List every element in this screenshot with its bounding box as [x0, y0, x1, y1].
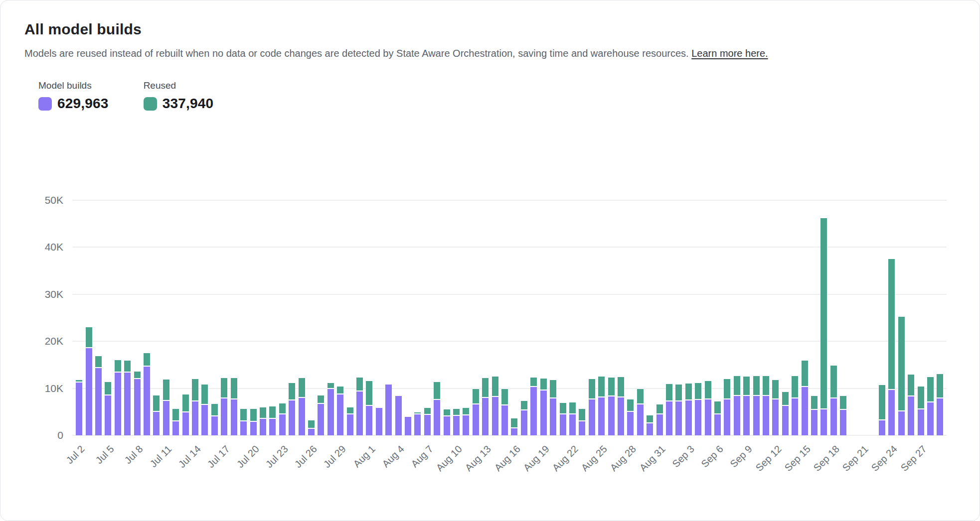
- bar-aug-29[interactable]: [637, 389, 644, 435]
- bar-reused-segment[interactable]: [144, 353, 150, 367]
- bar-sep-1[interactable]: [666, 384, 672, 435]
- bar-reused-segment[interactable]: [231, 378, 237, 400]
- bar-reused-segment[interactable]: [240, 408, 247, 421]
- bar-reused-segment[interactable]: [685, 383, 692, 400]
- bar-aug-24[interactable]: [589, 379, 595, 435]
- bar-sep-28[interactable]: [927, 377, 934, 435]
- bar-reused-segment[interactable]: [734, 376, 740, 396]
- bar-builds-segment[interactable]: [724, 399, 730, 435]
- bar-builds-segment[interactable]: [105, 395, 111, 435]
- bar-builds-segment[interactable]: [318, 404, 324, 435]
- bar-builds-segment[interactable]: [134, 379, 141, 435]
- bar-reused-segment[interactable]: [124, 360, 131, 373]
- bar-builds-segment[interactable]: [569, 414, 576, 435]
- bar-sep-19[interactable]: [840, 395, 846, 435]
- bar-reused-segment[interactable]: [927, 377, 934, 402]
- bar-aug-18[interactable]: [530, 377, 537, 435]
- bar-aug-2[interactable]: [376, 408, 382, 435]
- bar-builds-segment[interactable]: [172, 421, 179, 435]
- bar-aug-21[interactable]: [560, 402, 566, 435]
- bar-aug-5[interactable]: [405, 417, 411, 435]
- bar-aug-27[interactable]: [618, 377, 624, 435]
- bar-reused-segment[interactable]: [356, 377, 363, 391]
- bar-aug-3[interactable]: [385, 385, 392, 435]
- bar-reused-segment[interactable]: [782, 391, 789, 405]
- bar-aug-10[interactable]: [453, 408, 460, 435]
- bar-builds-segment[interactable]: [347, 414, 353, 435]
- bar-jul-15[interactable]: [201, 384, 208, 435]
- bar-builds-segment[interactable]: [424, 415, 431, 435]
- bar-reused-segment[interactable]: [918, 386, 924, 409]
- bar-builds-segment[interactable]: [269, 419, 276, 435]
- bar-builds-segment[interactable]: [163, 401, 169, 435]
- bar-builds-segment[interactable]: [830, 398, 837, 435]
- bar-aug-25[interactable]: [598, 376, 605, 435]
- bar-jul-29[interactable]: [337, 386, 343, 435]
- bar-reused-segment[interactable]: [811, 395, 817, 410]
- bar-reused-segment[interactable]: [250, 408, 257, 422]
- bar-builds-segment[interactable]: [463, 415, 469, 435]
- bar-reused-segment[interactable]: [675, 384, 682, 401]
- bar-reused-segment[interactable]: [279, 403, 286, 414]
- bar-builds-segment[interactable]: [414, 414, 421, 435]
- bar-builds-segment[interactable]: [385, 385, 392, 435]
- bar-jul-12[interactable]: [172, 408, 179, 435]
- bar-aug-22[interactable]: [569, 402, 576, 435]
- bar-sep-17[interactable]: [820, 218, 827, 435]
- bar-reused-segment[interactable]: [501, 389, 508, 405]
- bar-builds-segment[interactable]: [366, 406, 372, 435]
- bar-builds-segment[interactable]: [820, 409, 827, 435]
- bar-reused-segment[interactable]: [163, 379, 169, 401]
- bar-builds-segment[interactable]: [299, 398, 305, 435]
- bar-builds-segment[interactable]: [937, 398, 943, 435]
- bar-aug-14[interactable]: [492, 376, 498, 435]
- bar-reused-segment[interactable]: [260, 407, 266, 419]
- bar-builds-segment[interactable]: [705, 399, 711, 435]
- bar-jul-4[interactable]: [95, 356, 102, 435]
- bar-reused-segment[interactable]: [618, 377, 624, 397]
- bar-jul-8[interactable]: [134, 371, 141, 435]
- bar-builds-segment[interactable]: [444, 416, 450, 435]
- bar-jul-18[interactable]: [231, 378, 237, 435]
- bar-reused-segment[interactable]: [802, 360, 808, 387]
- bar-builds-segment[interactable]: [473, 404, 479, 435]
- bar-reused-segment[interactable]: [820, 218, 827, 409]
- bar-sep-27[interactable]: [918, 386, 924, 435]
- bar-builds-segment[interactable]: [675, 401, 682, 435]
- bar-reused-segment[interactable]: [589, 379, 595, 400]
- bar-reused-segment[interactable]: [637, 389, 644, 404]
- bar-builds-segment[interactable]: [637, 404, 644, 435]
- bar-builds-segment[interactable]: [201, 405, 208, 435]
- bar-reused-segment[interactable]: [105, 382, 111, 395]
- bar-builds-segment[interactable]: [453, 416, 460, 435]
- bar-jul-28[interactable]: [327, 383, 334, 435]
- bar-builds-segment[interactable]: [279, 414, 286, 435]
- bar-sep-25[interactable]: [898, 316, 905, 435]
- bar-reused-segment[interactable]: [521, 400, 527, 410]
- bar-sep-16[interactable]: [811, 395, 817, 435]
- bar-sep-24[interactable]: [888, 259, 895, 435]
- bar-builds-segment[interactable]: [550, 398, 556, 435]
- bar-reused-segment[interactable]: [153, 395, 160, 412]
- bar-sep-8[interactable]: [734, 376, 740, 435]
- bar-reused-segment[interactable]: [569, 402, 576, 414]
- bar-reused-segment[interactable]: [763, 376, 769, 396]
- bar-jul-17[interactable]: [221, 378, 227, 435]
- bar-sep-3[interactable]: [685, 383, 692, 435]
- bar-reused-segment[interactable]: [95, 356, 102, 368]
- bar-reused-segment[interactable]: [830, 365, 837, 398]
- bar-jul-10[interactable]: [153, 395, 160, 435]
- bar-reused-segment[interactable]: [299, 378, 305, 398]
- bar-reused-segment[interactable]: [337, 386, 343, 394]
- bar-jul-7[interactable]: [124, 360, 131, 435]
- bar-reused-segment[interactable]: [86, 327, 92, 349]
- bar-reused-segment[interactable]: [550, 380, 556, 399]
- bar-jul-21[interactable]: [260, 407, 266, 435]
- bar-builds-segment[interactable]: [540, 391, 547, 435]
- bar-builds-segment[interactable]: [115, 373, 121, 435]
- bar-aug-8[interactable]: [434, 382, 440, 435]
- bar-jul-13[interactable]: [182, 394, 189, 435]
- bar-builds-segment[interactable]: [685, 400, 692, 435]
- bar-reused-segment[interactable]: [879, 385, 885, 420]
- bar-reused-segment[interactable]: [289, 383, 295, 400]
